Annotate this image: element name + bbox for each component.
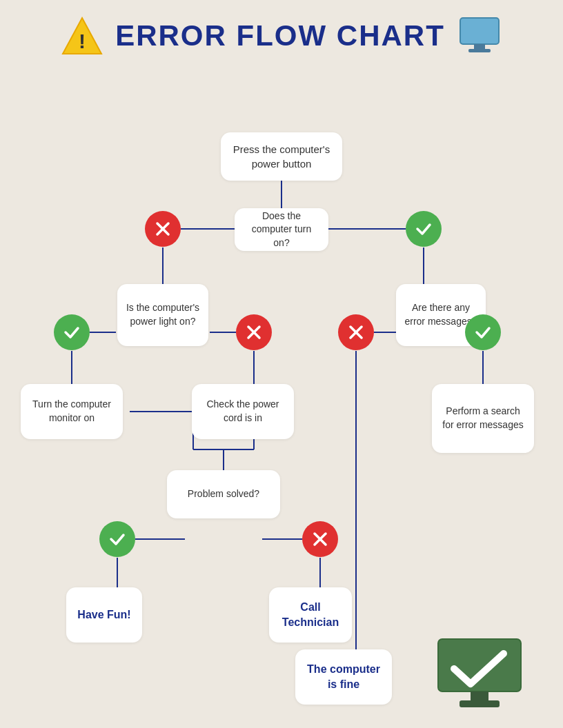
question2-box: Is the computer's power light on?	[117, 284, 208, 346]
svg-text:!: !	[79, 30, 86, 52]
svg-rect-40	[460, 700, 500, 707]
svg-rect-3	[474, 44, 485, 50]
q1-yes-circle	[406, 211, 442, 247]
end1-box: Have Fun!	[66, 587, 142, 643]
q4-no-circle	[302, 521, 338, 557]
monitor-icon-bottom	[435, 636, 524, 711]
header: ! ERROR FLOW CHART	[0, 0, 563, 63]
svg-rect-38	[438, 639, 521, 691]
action2-box: Check the power cord is in	[192, 384, 294, 439]
q2-yes-circle	[54, 314, 90, 350]
end2-box: Call Technician	[269, 587, 352, 643]
page-title: ERROR FLOW CHART	[115, 19, 445, 52]
action1-box: Turn the computer monitor on	[21, 384, 123, 439]
svg-rect-39	[471, 691, 488, 701]
start-box: Press the computer's power button	[221, 132, 342, 181]
q3-yes-circle	[465, 314, 501, 350]
svg-rect-4	[468, 49, 491, 52]
svg-rect-2	[460, 18, 499, 44]
warning-icon: !	[61, 15, 103, 57]
question4-box: Problem solved?	[167, 470, 280, 518]
question1-box: Does the computer turn on?	[235, 208, 328, 251]
q4-yes-circle	[99, 521, 135, 557]
q3-no-circle	[338, 314, 374, 350]
end3-box: The computer is fine	[295, 649, 392, 705]
action3-box: Perform a search for error messages	[432, 384, 534, 453]
flowchart: Press the computer's power button Does t…	[0, 63, 563, 725]
q2-no-circle	[236, 314, 272, 350]
monitor-icon-header	[457, 17, 502, 55]
q1-no-circle	[145, 211, 181, 247]
